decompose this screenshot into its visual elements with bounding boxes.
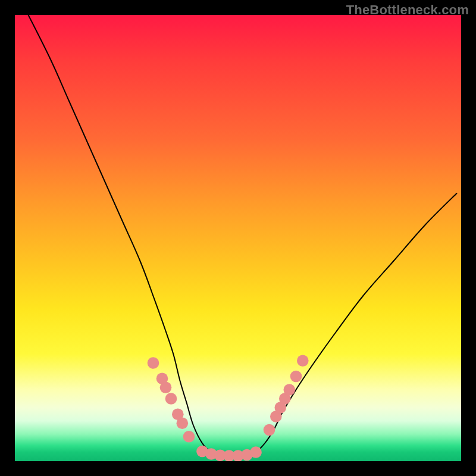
data-marker <box>165 393 177 405</box>
data-marker <box>148 357 159 369</box>
plot-area <box>15 15 461 461</box>
bottleneck-curve <box>29 15 457 459</box>
data-marker <box>297 355 309 367</box>
data-marker <box>250 446 262 458</box>
data-marker <box>264 424 275 436</box>
data-marker <box>177 418 189 430</box>
data-marker <box>183 431 195 443</box>
data-marker <box>284 384 296 396</box>
data-marker <box>290 371 302 383</box>
data-markers <box>148 355 309 462</box>
watermark-text: TheBottleneck.com <box>346 2 469 18</box>
data-marker <box>160 382 172 394</box>
curve-layer <box>15 15 461 461</box>
chart-stage: TheBottleneck.com <box>0 0 476 476</box>
